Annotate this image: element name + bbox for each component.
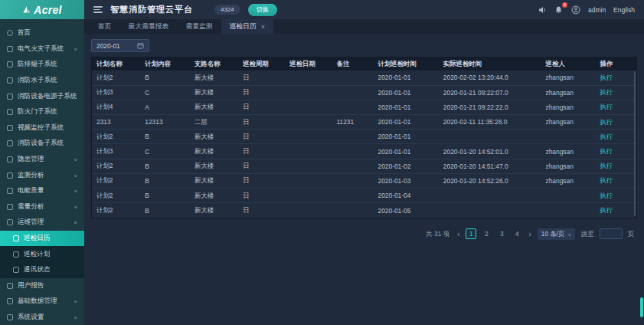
pagination-total: 共 31 项 (426, 230, 449, 238)
table-cell: 2020-01-01 (374, 85, 439, 100)
execute-link[interactable]: 执行 (600, 176, 613, 184)
sidebar-item-消防水子系统[interactable]: 消防水子系统 (0, 73, 84, 89)
table-cell: B (140, 71, 190, 85)
page-button-3[interactable]: 3 (496, 228, 507, 239)
sidebar-subitem-通讯状态[interactable]: 通讯状态 (0, 262, 84, 278)
jump-page-input[interactable] (600, 228, 623, 239)
tab-巡检日历[interactable]: 巡检日历× (221, 19, 273, 34)
table-cell (285, 100, 332, 114)
table-cell (332, 130, 374, 144)
sidebar-subitem-巡检日历[interactable]: 巡检日历 (0, 231, 84, 247)
sidebar-item-需量分析[interactable]: 需量分析∨ (0, 199, 84, 215)
page-size-value: 10 条/页 (541, 230, 565, 238)
sidebar-item-视频监控子系统[interactable]: 视频监控子系统 (0, 120, 84, 136)
execute-link[interactable]: 执行 (600, 206, 613, 214)
sidebar-item-防排烟子系统[interactable]: 防排烟子系统 (0, 57, 84, 73)
content-area: 首页最大需量报表需量监测巡检日历× 2020-01 (84, 19, 644, 325)
table-row: 计划2B新大楼日2020-01-04执行 (92, 189, 636, 203)
sidebar-item-用户报告[interactable]: 用户报告 (0, 278, 84, 294)
comm-status-icon (13, 267, 19, 273)
table-cell (332, 71, 374, 85)
execute-link[interactable]: 执行 (600, 162, 613, 169)
sidebar-item-监测分析[interactable]: 监测分析∨ (0, 167, 84, 183)
username[interactable]: admin (588, 6, 606, 14)
speaker-icon[interactable] (538, 5, 547, 15)
jump-suffix: 页 (628, 230, 634, 238)
table-cell: B (140, 203, 190, 218)
sidebar-item-系统设置[interactable]: 系统设置∨ (0, 310, 84, 325)
page-button-2[interactable]: 2 (481, 228, 492, 239)
execute-link[interactable]: 执行 (600, 88, 613, 96)
sidebar-item-首页[interactable]: 首页 (0, 25, 84, 41)
table-cell: 12313 (140, 115, 190, 130)
calendar-icon (137, 42, 144, 49)
sidebar-item-电能质量[interactable]: 电能质量∨ (0, 183, 84, 199)
column-header-实际巡检时间: 实际巡检时间 (439, 57, 541, 71)
table-row: 计划2B新大楼日2020-01-05执行 (92, 203, 636, 218)
sidebar-item-消防设备电源子系统[interactable]: 消防设备电源子系统 (0, 88, 84, 104)
tab-首页[interactable]: 首页 (90, 19, 120, 34)
sidebar-item-label: 用户报告 (18, 281, 44, 291)
execute-link[interactable]: 执行 (600, 103, 613, 110)
avatar-icon[interactable] (571, 5, 580, 15)
settings-icon (7, 314, 13, 320)
table-cell: zhangsan (541, 144, 596, 159)
month-picker-input[interactable]: 2020-01 (91, 39, 149, 52)
switch-button[interactable]: 切换 (248, 4, 277, 16)
table-cell-action: 执行 (596, 203, 636, 218)
table-cell: zhangsan (541, 71, 596, 85)
column-header-巡检周期: 巡检周期 (238, 57, 285, 71)
sidebar-item-电气火灾子系统[interactable]: 电气火灾子系统∨ (0, 41, 84, 57)
table-cell: 新大楼 (190, 100, 238, 114)
table-cell (332, 144, 374, 159)
table-cell (332, 159, 374, 173)
table-body: 计划2B新大楼日2020-01-012020-02-02 13:20:44.0z… (92, 71, 636, 218)
table-cell: 日 (238, 71, 285, 85)
execute-link[interactable]: 执行 (600, 192, 613, 199)
page-size-select[interactable]: 10 条/页 ∨ (538, 228, 575, 240)
panel: 2020-01 计划名称计划内容支路名称巡检周期巡检日期备注计划巡检时 (84, 34, 644, 325)
execute-link[interactable]: 执行 (600, 133, 613, 140)
sidebar-item-隐患管理[interactable]: 隐患管理∨ (0, 152, 84, 168)
table-cell: 2020-01-20 14:52:01.0 (439, 144, 541, 159)
table-cell: 日 (238, 173, 285, 188)
table-scrollbar[interactable] (634, 71, 636, 216)
table-row: 231312313二层日112312020-01-012020-02-11 11… (92, 115, 636, 130)
table-cell: 2020-01-03 (374, 173, 439, 188)
sidebar-subitem-巡检计划[interactable]: 巡检计划 (0, 246, 84, 262)
table-cell (439, 189, 541, 203)
sidebar-item-label: 消防设备子系统 (18, 139, 64, 148)
prev-page-button[interactable]: ‹ (456, 230, 460, 238)
execute-link[interactable]: 执行 (600, 147, 613, 155)
sidebar-item-运维管理[interactable]: 运维管理∧ (0, 215, 84, 231)
sidebar-item-label: 防排烟子系统 (18, 60, 57, 69)
table-cell (332, 173, 374, 188)
table-cell: 2020-01-01 (374, 130, 439, 144)
page-scrollbar-thumb[interactable] (640, 297, 643, 317)
language-switch[interactable]: English (613, 6, 635, 14)
table-cell-action: 执行 (596, 130, 636, 144)
sidebar-item-基础数据管理[interactable]: 基础数据管理∨ (0, 294, 84, 310)
table-cell: 日 (238, 189, 285, 203)
menu-toggle-icon[interactable] (93, 6, 103, 13)
table-cell: 2020-02-02 13:20:44.0 (439, 71, 541, 85)
monitor-analysis-icon (7, 172, 13, 179)
tab-最大需量报表[interactable]: 最大需量报表 (120, 19, 178, 34)
close-icon[interactable]: × (261, 23, 265, 31)
page-button-1[interactable]: 1 (466, 228, 476, 239)
chevron-down-icon: ∨ (74, 315, 77, 320)
sidebar-item-防火门子系统[interactable]: 防火门子系统 (0, 104, 84, 120)
page-button-4[interactable]: 4 (512, 228, 522, 239)
next-page-button[interactable]: › (528, 230, 531, 238)
bell-icon[interactable]: 0 (554, 5, 564, 15)
sidebar-item-消防设备子系统[interactable]: 消防设备子系统 (0, 136, 84, 152)
table-cell: B (140, 189, 190, 203)
pager-pages: 1234 (466, 228, 522, 239)
table-cell-action: 执行 (596, 189, 636, 203)
table-header-row: 计划名称计划内容支路名称巡检周期巡检日期备注计划巡检时间实际巡检时间巡检人操作 (92, 57, 636, 71)
table-row: 计划3C新大楼日2020-01-012020-01-20 14:52:01.0z… (92, 144, 636, 159)
execute-link[interactable]: 执行 (600, 118, 613, 126)
execute-link[interactable]: 执行 (600, 74, 613, 81)
tab-需量监测[interactable]: 需量监测 (177, 19, 221, 34)
submenu-运维管理: 巡检日历巡检计划通讯状态 (0, 231, 84, 278)
